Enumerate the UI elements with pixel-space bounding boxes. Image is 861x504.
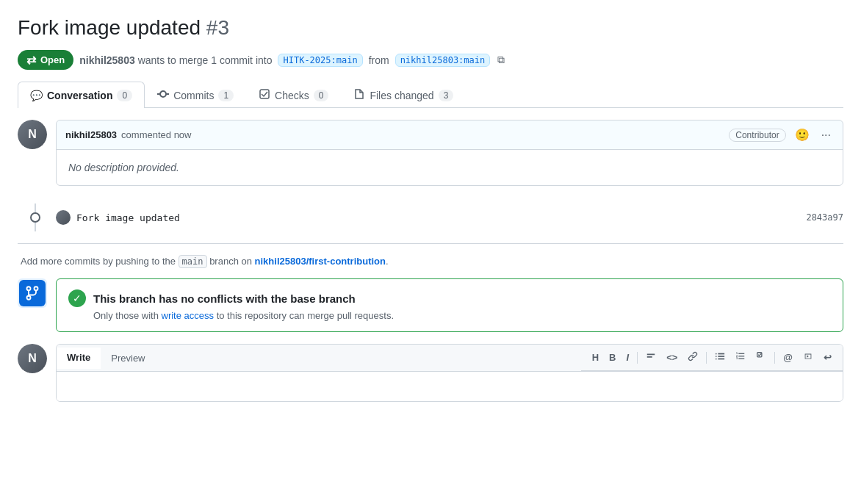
- merge-subtitle-suffix: to this repository can merge pull reques…: [217, 310, 394, 321]
- main-content: N nikhil25803 commented now Contributor …: [18, 120, 843, 402]
- toolbar-undo-button[interactable]: ↩: [820, 350, 835, 365]
- merge-icon-box: [18, 278, 47, 308]
- toolbar-code-button[interactable]: <>: [663, 350, 681, 365]
- branch-code: main: [179, 255, 207, 268]
- editor-tabs: Write Preview: [57, 348, 156, 368]
- write-tab[interactable]: Write: [57, 348, 101, 369]
- timeline-line-top: [35, 204, 36, 212]
- commit-message[interactable]: Fork image updated: [76, 212, 180, 223]
- pr-meta-row: ⇄ Open nikhil25803 wants to merge 1 comm…: [18, 50, 843, 70]
- emoji-reaction-button[interactable]: 🙂: [792, 126, 813, 143]
- merge-content: ✓ This branch has no conflicts with the …: [56, 278, 843, 332]
- svg-point-7: [716, 353, 717, 355]
- avatar-image: N: [18, 120, 47, 149]
- tab-checks-count: 0: [314, 90, 329, 101]
- comment-header: nikhil25803 commented now Contributor 🙂 …: [57, 120, 843, 150]
- copy-branch-button[interactable]: ⧉: [496, 52, 506, 68]
- merge-icon-inner: [19, 280, 46, 306]
- toolbar-quote-button[interactable]: [642, 349, 660, 366]
- write-access-link[interactable]: write access: [162, 310, 215, 321]
- tab-checks[interactable]: Checks 0: [246, 82, 341, 108]
- toolbar-sep-1: [637, 352, 638, 364]
- toolbar-link-button[interactable]: [684, 349, 702, 366]
- svg-rect-12: [718, 359, 725, 360]
- toolbar-bullets-button[interactable]: [711, 349, 729, 366]
- toolbar-mention-button[interactable]: @: [779, 350, 796, 365]
- pr-title: Fork image updated #3: [18, 15, 843, 41]
- tab-commits[interactable]: Commits 1: [145, 82, 246, 108]
- svg-point-6: [27, 296, 31, 300]
- svg-rect-16: [739, 356, 745, 357]
- editor-tabs-toolbar: Write Preview H B I <>: [57, 345, 843, 372]
- comment-box: nikhil25803 commented now Contributor 🙂 …: [56, 120, 843, 186]
- add-commits-notice: Add more commits by pushing to the main …: [18, 256, 843, 267]
- svg-point-5: [35, 287, 38, 291]
- tab-files-label: Files changed: [370, 90, 433, 101]
- pr-meta-text: wants to merge 1 commit into: [138, 54, 273, 66]
- head-branch-badge[interactable]: nikhil25803:main: [395, 54, 491, 67]
- editor-toolbar: H B I <>: [581, 345, 843, 371]
- comment-body-text: No description provided.: [68, 162, 179, 173]
- toolbar-bold-button[interactable]: B: [605, 350, 619, 365]
- svg-text:3.: 3.: [736, 358, 738, 361]
- svg-rect-8: [718, 353, 725, 355]
- tab-conversation[interactable]: 💬 Conversation 0: [18, 82, 145, 108]
- reply-avatar-image: N: [18, 344, 47, 373]
- commit-info: Fork image updated: [56, 210, 797, 225]
- commit-entry-row: Fork image updated 2843a97: [18, 198, 843, 237]
- timeline-line-bottom: [35, 223, 36, 231]
- tab-commits-label: Commits: [173, 90, 214, 101]
- svg-point-4: [27, 287, 31, 291]
- toolbar-italic-button[interactable]: I: [623, 350, 633, 365]
- more-options-button[interactable]: ···: [818, 127, 834, 143]
- files-icon: [353, 88, 365, 102]
- comment-author[interactable]: nikhil25803: [65, 129, 117, 140]
- toolbar-numbered-button[interactable]: 1.2.3.: [732, 349, 749, 366]
- comment-thread: N nikhil25803 commented now Contributor …: [18, 120, 843, 186]
- toolbar-task-button[interactable]: [752, 349, 770, 366]
- svg-rect-10: [718, 356, 725, 358]
- comment-body: No description provided.: [57, 150, 843, 185]
- tab-files-changed[interactable]: Files changed 3: [341, 82, 466, 108]
- comment-time: commented now: [121, 129, 191, 140]
- checks-icon: [259, 88, 270, 102]
- svg-point-9: [716, 356, 717, 358]
- pr-title-text: Fork image updated: [18, 16, 201, 39]
- merge-icon: ⇄: [26, 53, 36, 67]
- pr-author: nikhil25803 wants to merge 1 commit into: [79, 54, 272, 66]
- commenter-avatar: N: [18, 120, 47, 149]
- editor-textarea-area[interactable]: [57, 372, 843, 401]
- comment-header-left: nikhil25803 commented now: [65, 129, 192, 140]
- svg-rect-14: [739, 353, 745, 354]
- tab-conversation-label: Conversation: [47, 90, 112, 101]
- from-text: from: [369, 54, 389, 66]
- toolbar-heading-button[interactable]: H: [588, 350, 602, 365]
- svg-point-0: [160, 91, 166, 97]
- reply-avatar: N: [18, 344, 47, 373]
- merge-subtitle-prefix: Only those with: [93, 310, 159, 321]
- repo-link[interactable]: nikhil25803/first-contribution: [255, 256, 386, 267]
- tab-files-count: 3: [439, 90, 454, 101]
- merge-subtitle: Only those with write access to this rep…: [68, 310, 831, 321]
- divider: [18, 243, 843, 244]
- toolbar-sep-3: [774, 352, 775, 364]
- conversation-icon: 💬: [30, 90, 43, 101]
- tab-checks-label: Checks: [275, 90, 309, 101]
- pr-number: #3: [206, 16, 229, 39]
- commit-author-avatar: [56, 210, 71, 225]
- toolbar-reference-button[interactable]: [799, 349, 817, 366]
- comment-header-right: Contributor 🙂 ···: [729, 126, 834, 143]
- conversation-area: N nikhil25803 commented now Contributor …: [18, 120, 843, 402]
- svg-point-11: [716, 359, 717, 360]
- tabs-bar: 💬 Conversation 0 Commits 1 Checks 0 File…: [18, 82, 843, 108]
- commit-sha[interactable]: 2843a97: [806, 212, 843, 223]
- commit-node: [30, 212, 40, 223]
- timeline-connector: [24, 204, 47, 231]
- check-circle-icon: ✓: [68, 289, 86, 307]
- base-branch-badge[interactable]: HITK-2025:main: [278, 54, 362, 67]
- reply-editor: N Write Preview H B I: [18, 344, 843, 402]
- contributor-badge: Contributor: [729, 129, 785, 142]
- tab-conversation-count: 0: [117, 90, 132, 101]
- preview-tab[interactable]: Preview: [101, 348, 155, 368]
- svg-rect-18: [739, 359, 745, 359]
